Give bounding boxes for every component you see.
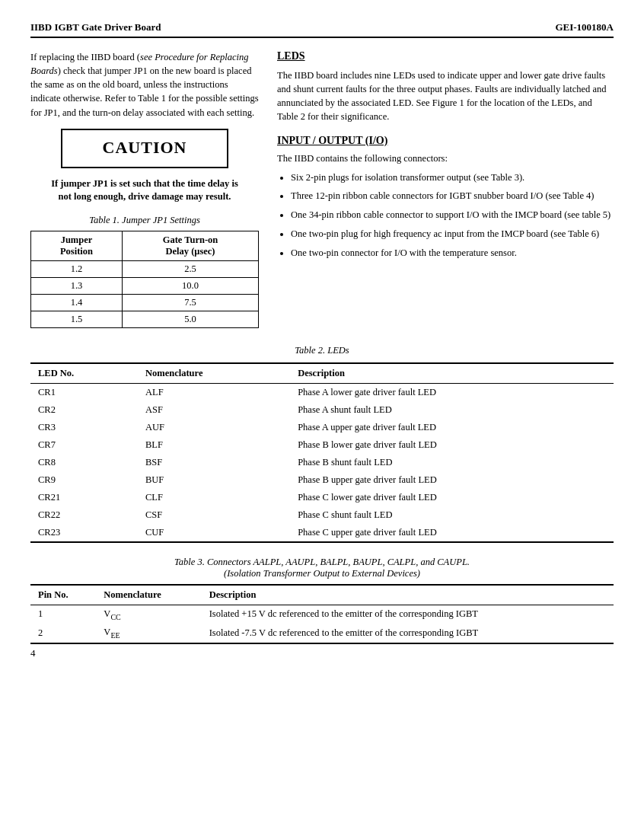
table-row: 1.310.0 bbox=[31, 277, 259, 294]
table2: LED No. Nomenclature Description CR1ALFP… bbox=[30, 362, 614, 543]
table-row: CR8BSFPhase B shunt fault LED bbox=[30, 454, 614, 471]
table2-col-led: LED No. bbox=[30, 363, 138, 384]
table-row: CR22CSFPhase C shunt fault LED bbox=[30, 506, 614, 524]
intro-paragraph: If replacing the IIBD board (see Procedu… bbox=[30, 50, 259, 120]
table-row: CR7BLFPhase B lower gate driver fault LE… bbox=[30, 436, 614, 454]
list-item: One two-pin plug for high frequency ac i… bbox=[291, 227, 614, 241]
header-title-left: IIBD IGBT Gate Driver Board bbox=[30, 21, 161, 34]
table2-col-description: Description bbox=[290, 363, 614, 384]
page-header: IIBD IGBT Gate Driver Board GEI-100180A bbox=[30, 21, 614, 38]
table1-col-delay: Gate Turn-onDelay (μsec) bbox=[122, 231, 258, 260]
leds-section-title: LEDS bbox=[277, 50, 614, 62]
list-item: One 34-pin ribbon cable connector to sup… bbox=[291, 208, 614, 222]
table-row: CR9BUFPhase B upper gate driver fault LE… bbox=[30, 471, 614, 489]
list-item: One two-pin connector for I/O with the t… bbox=[291, 246, 614, 260]
leds-section-text: The IIBD board includes nine LEDs used t… bbox=[277, 69, 614, 124]
table-row: CR2ASFPhase A shunt fault LED bbox=[30, 401, 614, 419]
table2-col-nomenclature: Nomenclature bbox=[138, 363, 290, 384]
header-title-right: GEI-100180A bbox=[555, 21, 614, 34]
table3-col-pin: Pin No. bbox=[30, 585, 96, 605]
page: IIBD IGBT Gate Driver Board GEI-100180A … bbox=[0, 0, 644, 673]
io-list: Six 2-pin plugs for isolation transforme… bbox=[277, 171, 614, 260]
table3: Pin No. Nomenclature Description 1VCCIso… bbox=[30, 584, 614, 644]
table1: JumperPosition Gate Turn-onDelay (μsec) … bbox=[30, 231, 259, 328]
table3-col-description: Description bbox=[202, 585, 614, 605]
caution-text: If jumper JP1 is set such that the time … bbox=[30, 177, 259, 204]
table3-title: Table 3. Connectors AALPL, AAUPL, BALPL,… bbox=[30, 557, 614, 579]
caution-box: CAUTION bbox=[61, 129, 228, 168]
table1-title: Table 1. Jumper JP1 Settings bbox=[30, 215, 259, 226]
io-intro: The IIBD contains the following connecto… bbox=[277, 153, 614, 164]
list-item: Six 2-pin plugs for isolation transforme… bbox=[291, 171, 614, 185]
table-row: CR1ALFPhase A lower gate driver fault LE… bbox=[30, 383, 614, 401]
table-row: 1.47.5 bbox=[31, 294, 259, 311]
table1-col-jumper: JumperPosition bbox=[31, 231, 123, 260]
table-row: CR23CUFPhase C upper gate driver fault L… bbox=[30, 524, 614, 542]
caution-title: CAUTION bbox=[75, 138, 215, 158]
table-row: 1.22.5 bbox=[31, 260, 259, 277]
right-column: LEDS The IIBD board includes nine LEDs u… bbox=[277, 50, 614, 331]
table3-col-nomenclature: Nomenclature bbox=[96, 585, 201, 605]
io-section-title: INPUT / OUTPUT (I/O) bbox=[277, 135, 614, 147]
left-column: If replacing the IIBD board (see Procedu… bbox=[30, 50, 259, 331]
list-item: Three 12-pin ribbon cable connectors for… bbox=[291, 189, 614, 203]
table-row: 2VEEIsolated -7.5 V dc referenced to the… bbox=[30, 624, 614, 643]
page-number: 4 bbox=[30, 647, 36, 659]
table-row: CR21CLFPhase C lower gate driver fault L… bbox=[30, 489, 614, 506]
table-row: 1VCCIsolated +15 V dc referenced to the … bbox=[30, 605, 614, 624]
two-column-layout: If replacing the IIBD board (see Procedu… bbox=[30, 50, 614, 331]
table-row: 1.55.0 bbox=[31, 311, 259, 327]
table2-title: Table 2. LEDs bbox=[30, 345, 614, 356]
table-row: CR3AUFPhase A upper gate driver fault LE… bbox=[30, 419, 614, 436]
